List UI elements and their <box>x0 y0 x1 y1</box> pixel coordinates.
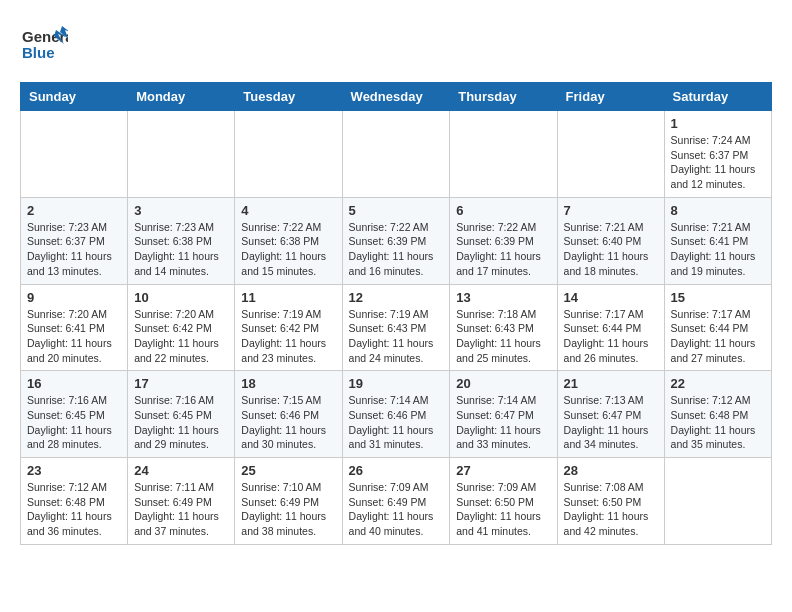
day-number: 8 <box>671 203 765 218</box>
day-of-week-header: Saturday <box>664 83 771 111</box>
day-number: 1 <box>671 116 765 131</box>
logo-icon: General Blue <box>20 20 68 72</box>
day-of-week-header: Monday <box>128 83 235 111</box>
day-number: 19 <box>349 376 444 391</box>
calendar-cell <box>21 111 128 198</box>
calendar-cell <box>342 111 450 198</box>
day-info: Sunrise: 7:12 AM Sunset: 6:48 PM Dayligh… <box>27 480 121 539</box>
day-info: Sunrise: 7:16 AM Sunset: 6:45 PM Dayligh… <box>134 393 228 452</box>
day-number: 17 <box>134 376 228 391</box>
calendar-cell: 3Sunrise: 7:23 AM Sunset: 6:38 PM Daylig… <box>128 197 235 284</box>
calendar-cell: 17Sunrise: 7:16 AM Sunset: 6:45 PM Dayli… <box>128 371 235 458</box>
calendar-cell: 25Sunrise: 7:10 AM Sunset: 6:49 PM Dayli… <box>235 458 342 545</box>
day-number: 27 <box>456 463 550 478</box>
day-of-week-header: Wednesday <box>342 83 450 111</box>
day-info: Sunrise: 7:09 AM Sunset: 6:49 PM Dayligh… <box>349 480 444 539</box>
calendar-cell: 13Sunrise: 7:18 AM Sunset: 6:43 PM Dayli… <box>450 284 557 371</box>
day-number: 10 <box>134 290 228 305</box>
calendar-cell: 28Sunrise: 7:08 AM Sunset: 6:50 PM Dayli… <box>557 458 664 545</box>
day-info: Sunrise: 7:20 AM Sunset: 6:42 PM Dayligh… <box>134 307 228 366</box>
day-number: 12 <box>349 290 444 305</box>
calendar-header-row: SundayMondayTuesdayWednesdayThursdayFrid… <box>21 83 772 111</box>
day-number: 25 <box>241 463 335 478</box>
calendar-week-row: 16Sunrise: 7:16 AM Sunset: 6:45 PM Dayli… <box>21 371 772 458</box>
day-info: Sunrise: 7:17 AM Sunset: 6:44 PM Dayligh… <box>671 307 765 366</box>
calendar-cell: 16Sunrise: 7:16 AM Sunset: 6:45 PM Dayli… <box>21 371 128 458</box>
calendar-cell: 10Sunrise: 7:20 AM Sunset: 6:42 PM Dayli… <box>128 284 235 371</box>
calendar-cell <box>235 111 342 198</box>
day-of-week-header: Thursday <box>450 83 557 111</box>
calendar-cell: 22Sunrise: 7:12 AM Sunset: 6:48 PM Dayli… <box>664 371 771 458</box>
calendar-cell: 18Sunrise: 7:15 AM Sunset: 6:46 PM Dayli… <box>235 371 342 458</box>
day-number: 14 <box>564 290 658 305</box>
day-info: Sunrise: 7:22 AM Sunset: 6:39 PM Dayligh… <box>456 220 550 279</box>
day-info: Sunrise: 7:22 AM Sunset: 6:38 PM Dayligh… <box>241 220 335 279</box>
day-info: Sunrise: 7:10 AM Sunset: 6:49 PM Dayligh… <box>241 480 335 539</box>
day-number: 9 <box>27 290 121 305</box>
calendar-cell: 21Sunrise: 7:13 AM Sunset: 6:47 PM Dayli… <box>557 371 664 458</box>
calendar-cell: 4Sunrise: 7:22 AM Sunset: 6:38 PM Daylig… <box>235 197 342 284</box>
day-info: Sunrise: 7:23 AM Sunset: 6:37 PM Dayligh… <box>27 220 121 279</box>
day-of-week-header: Tuesday <box>235 83 342 111</box>
day-number: 11 <box>241 290 335 305</box>
calendar-week-row: 23Sunrise: 7:12 AM Sunset: 6:48 PM Dayli… <box>21 458 772 545</box>
day-info: Sunrise: 7:21 AM Sunset: 6:40 PM Dayligh… <box>564 220 658 279</box>
day-number: 3 <box>134 203 228 218</box>
calendar-cell: 1Sunrise: 7:24 AM Sunset: 6:37 PM Daylig… <box>664 111 771 198</box>
day-number: 20 <box>456 376 550 391</box>
day-info: Sunrise: 7:23 AM Sunset: 6:38 PM Dayligh… <box>134 220 228 279</box>
day-info: Sunrise: 7:13 AM Sunset: 6:47 PM Dayligh… <box>564 393 658 452</box>
day-info: Sunrise: 7:19 AM Sunset: 6:43 PM Dayligh… <box>349 307 444 366</box>
calendar-cell <box>128 111 235 198</box>
day-info: Sunrise: 7:24 AM Sunset: 6:37 PM Dayligh… <box>671 133 765 192</box>
day-info: Sunrise: 7:14 AM Sunset: 6:46 PM Dayligh… <box>349 393 444 452</box>
calendar-table: SundayMondayTuesdayWednesdayThursdayFrid… <box>20 82 772 545</box>
calendar-week-row: 9Sunrise: 7:20 AM Sunset: 6:41 PM Daylig… <box>21 284 772 371</box>
calendar-cell: 11Sunrise: 7:19 AM Sunset: 6:42 PM Dayli… <box>235 284 342 371</box>
calendar-cell <box>450 111 557 198</box>
day-number: 16 <box>27 376 121 391</box>
day-number: 13 <box>456 290 550 305</box>
day-number: 4 <box>241 203 335 218</box>
calendar-cell: 15Sunrise: 7:17 AM Sunset: 6:44 PM Dayli… <box>664 284 771 371</box>
calendar-week-row: 2Sunrise: 7:23 AM Sunset: 6:37 PM Daylig… <box>21 197 772 284</box>
calendar-cell: 8Sunrise: 7:21 AM Sunset: 6:41 PM Daylig… <box>664 197 771 284</box>
header: General Blue <box>20 20 772 72</box>
calendar-cell: 9Sunrise: 7:20 AM Sunset: 6:41 PM Daylig… <box>21 284 128 371</box>
calendar-cell: 14Sunrise: 7:17 AM Sunset: 6:44 PM Dayli… <box>557 284 664 371</box>
day-of-week-header: Friday <box>557 83 664 111</box>
day-info: Sunrise: 7:16 AM Sunset: 6:45 PM Dayligh… <box>27 393 121 452</box>
day-number: 5 <box>349 203 444 218</box>
day-info: Sunrise: 7:15 AM Sunset: 6:46 PM Dayligh… <box>241 393 335 452</box>
calendar-cell: 19Sunrise: 7:14 AM Sunset: 6:46 PM Dayli… <box>342 371 450 458</box>
day-info: Sunrise: 7:12 AM Sunset: 6:48 PM Dayligh… <box>671 393 765 452</box>
calendar-cell: 24Sunrise: 7:11 AM Sunset: 6:49 PM Dayli… <box>128 458 235 545</box>
calendar-cell: 2Sunrise: 7:23 AM Sunset: 6:37 PM Daylig… <box>21 197 128 284</box>
day-info: Sunrise: 7:20 AM Sunset: 6:41 PM Dayligh… <box>27 307 121 366</box>
day-info: Sunrise: 7:14 AM Sunset: 6:47 PM Dayligh… <box>456 393 550 452</box>
calendar-cell: 23Sunrise: 7:12 AM Sunset: 6:48 PM Dayli… <box>21 458 128 545</box>
day-number: 23 <box>27 463 121 478</box>
calendar-cell <box>664 458 771 545</box>
day-number: 7 <box>564 203 658 218</box>
day-number: 22 <box>671 376 765 391</box>
day-number: 21 <box>564 376 658 391</box>
calendar-cell: 7Sunrise: 7:21 AM Sunset: 6:40 PM Daylig… <box>557 197 664 284</box>
day-info: Sunrise: 7:18 AM Sunset: 6:43 PM Dayligh… <box>456 307 550 366</box>
day-info: Sunrise: 7:17 AM Sunset: 6:44 PM Dayligh… <box>564 307 658 366</box>
calendar-cell: 26Sunrise: 7:09 AM Sunset: 6:49 PM Dayli… <box>342 458 450 545</box>
calendar-cell <box>557 111 664 198</box>
calendar-cell: 6Sunrise: 7:22 AM Sunset: 6:39 PM Daylig… <box>450 197 557 284</box>
day-number: 18 <box>241 376 335 391</box>
day-number: 28 <box>564 463 658 478</box>
day-number: 26 <box>349 463 444 478</box>
day-info: Sunrise: 7:21 AM Sunset: 6:41 PM Dayligh… <box>671 220 765 279</box>
day-info: Sunrise: 7:08 AM Sunset: 6:50 PM Dayligh… <box>564 480 658 539</box>
calendar-cell: 20Sunrise: 7:14 AM Sunset: 6:47 PM Dayli… <box>450 371 557 458</box>
day-number: 6 <box>456 203 550 218</box>
day-number: 2 <box>27 203 121 218</box>
day-info: Sunrise: 7:09 AM Sunset: 6:50 PM Dayligh… <box>456 480 550 539</box>
calendar-week-row: 1Sunrise: 7:24 AM Sunset: 6:37 PM Daylig… <box>21 111 772 198</box>
calendar-cell: 5Sunrise: 7:22 AM Sunset: 6:39 PM Daylig… <box>342 197 450 284</box>
day-info: Sunrise: 7:22 AM Sunset: 6:39 PM Dayligh… <box>349 220 444 279</box>
